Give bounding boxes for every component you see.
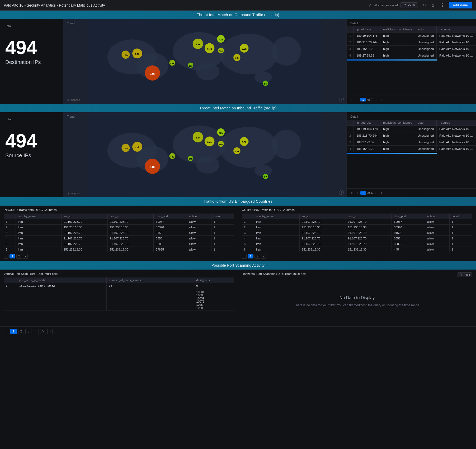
cell-0: 5: [242, 241, 254, 247]
pag-next-btn[interactable]: ›: [374, 97, 378, 102]
save-icon: ⤢: [368, 3, 371, 7]
cell-1: Iran: [16, 219, 61, 225]
cell-3: 151.238.18.30: [107, 247, 154, 252]
cell-4: 27825: [154, 247, 187, 252]
section1-sub: Destination IPs: [5, 59, 59, 65]
svg-text:2.2k: 2.2k: [135, 146, 139, 149]
horizontal-scan-label: Horizontal Port Scanning (1src, 1port, m…: [242, 272, 308, 275]
cell-0: 1: [4, 219, 16, 225]
inbound-pag-2[interactable]: 2: [16, 254, 22, 259]
table-row: 4 185.154.1.20 high Unassigned Palo Alto…: [347, 146, 476, 152]
s2-pag-last-btn[interactable]: »: [379, 190, 384, 195]
bp-prev[interactable]: ‹: [4, 329, 9, 334]
cell-6: 1: [449, 241, 472, 247]
portscan-row: Vertical Port Scan (1src, 1dst, multi-po…: [0, 270, 476, 326]
svg-point-4: [196, 63, 219, 80]
row-num: 3: [347, 139, 354, 146]
section1-total-col: Total 494 Destination IPs: [0, 19, 63, 104]
th2-count: count: [449, 214, 472, 219]
section1-detail-col: Detail ip_address malicious_confidence a…: [347, 19, 476, 104]
cell-5: allow: [187, 219, 211, 225]
horiz-time-badge[interactable]: ⏱ -30D: [457, 272, 472, 277]
cell-0: 2: [242, 225, 254, 230]
bp-4[interactable]: 4: [33, 329, 39, 334]
cell-5: allow: [425, 247, 449, 252]
filter-icon[interactable]: ⧖: [430, 2, 436, 8]
outbound-pag-2[interactable]: 2: [255, 254, 260, 259]
inbound-pag-next[interactable]: ›: [23, 254, 28, 259]
cell-1: Iran: [254, 225, 299, 230]
svg-text:6.8k: 6.8k: [196, 136, 200, 139]
ip-address: 189.27.29.32: [354, 139, 380, 146]
svg-point-6: [255, 72, 272, 83]
table-row: 2 186.218.70.244 high Unassigned Palo Al…: [347, 39, 476, 46]
th-country: country_name: [16, 214, 61, 219]
section2-total-col: Total 494 Source IPs: [0, 112, 63, 197]
no-data-box: No Data to Display There is no data for …: [242, 280, 472, 324]
bp-2[interactable]: 2: [18, 329, 24, 334]
svg-text:1.3k: 1.3k: [235, 150, 239, 153]
cell-3: 151.238.18.30: [107, 225, 154, 230]
vertical-scan-panel: Vertical Port Scan (1src, 1dst, multi-po…: [0, 270, 238, 326]
outbound-pag-1[interactable]: 1: [248, 254, 253, 258]
vertical-scan-table: port_scan_ip_combo number_of_ports_scann…: [4, 277, 234, 311]
table-row: 2 186.218.70.244 high Unassigned Palo Al…: [347, 132, 476, 139]
cell-4: 30320: [154, 225, 187, 230]
source: Palo Alto Networks 10 Cloud Messages: [437, 146, 476, 152]
outbound-table: country_name src_ip dest_ip dest_port ac…: [242, 214, 472, 252]
pag-first-btn[interactable]: «: [349, 97, 354, 102]
pag-prev-btn[interactable]: ‹: [355, 97, 359, 102]
s2-pag-prev-btn[interactable]: ‹: [355, 190, 359, 195]
table-row: 4Iran91.107.223.7091.107.223.703558allow…: [242, 236, 472, 241]
time-range-selector[interactable]: ⏱ -60m: [400, 2, 418, 8]
cell-4: 3283: [154, 241, 187, 247]
cell-1: Iran: [254, 247, 299, 252]
th-dest-ip: dest_ip: [107, 214, 154, 219]
top-bar-right: ⏱ -60m ↻ ⧖ ⋮ Add Panel: [400, 2, 472, 8]
more-options-icon[interactable]: ⋮: [439, 2, 446, 8]
bp-1[interactable]: 1: [10, 329, 17, 334]
outbound-pag-prev[interactable]: ‹: [242, 254, 247, 259]
table-row: 5Iran91.107.223.7091.107.223.703283allow…: [4, 241, 234, 247]
cell-3: 151.238.18.30: [346, 247, 392, 252]
svg-text:432: 432: [170, 155, 174, 158]
add-panel-button[interactable]: Add Panel: [449, 2, 472, 8]
cell-1: Iran: [16, 230, 61, 236]
th-dest-port: dest_port: [154, 214, 187, 219]
s2-pag-next-btn[interactable]: ›: [374, 190, 378, 195]
cell-4: 9150: [392, 230, 425, 236]
pag-last-btn[interactable]: »: [379, 97, 384, 102]
table-row: 1 189.19.104.178 high Unassigned Palo Al…: [347, 33, 476, 39]
cell-6: 1: [211, 230, 234, 236]
section2-detail-col: Detail ip_address malicious_confidence a…: [347, 112, 476, 197]
s2-pag-first-btn[interactable]: «: [349, 190, 354, 195]
cell-3: 91.107.223.70: [346, 241, 392, 247]
row-num: 4: [347, 52, 354, 59]
bp-next[interactable]: ›: [47, 329, 53, 334]
svg-text:1.5k: 1.5k: [123, 54, 128, 57]
cell-4: 60067: [154, 219, 187, 225]
cell-5: allow: [425, 236, 449, 241]
malicious-confidence: high: [380, 126, 415, 132]
th2-empty: [242, 214, 254, 219]
section1-map-svg: 11k 2.2k 1.5k 6.9k 6.4k 425 3.8k 391 1.3: [63, 19, 346, 104]
bp-5[interactable]: 5: [40, 329, 46, 334]
inbound-pag-prev[interactable]: ‹: [4, 254, 8, 259]
cell-2: 151.238.18.30: [62, 225, 108, 230]
pag-of: of: [367, 98, 370, 101]
bp-3[interactable]: 3: [25, 329, 31, 334]
refresh-button[interactable]: ↻: [421, 2, 427, 8]
ip-address: 189.27.29.32: [354, 52, 380, 59]
cell-6: 1: [449, 247, 472, 252]
map-info-icon2[interactable]: i: [339, 190, 344, 195]
cell-6: 1: [211, 241, 234, 247]
outbound-pag-next[interactable]: ›: [261, 254, 266, 259]
svg-text:97: 97: [264, 176, 267, 178]
cell-2: 91.107.223.70: [300, 241, 346, 247]
svg-text:6.4k: 6.4k: [207, 48, 212, 50]
map-info-icon1[interactable]: i: [339, 97, 344, 101]
ps-count: 96: [107, 283, 194, 311]
inbound-pag-1[interactable]: 1: [10, 254, 15, 258]
outbound-label: OUTBOUND Traffic to OFAC Countries: [242, 208, 472, 211]
actor: Unassigned: [415, 139, 437, 146]
